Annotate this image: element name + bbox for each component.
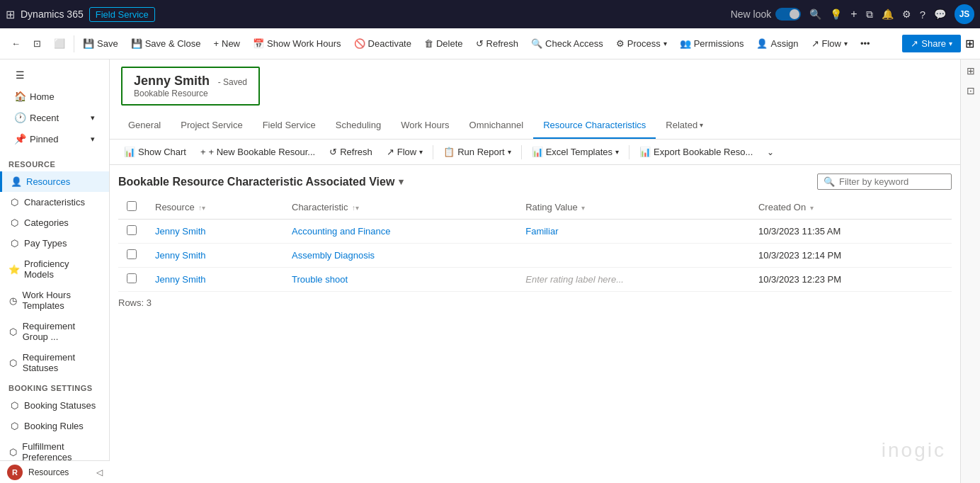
expand-button[interactable]: ⊡ [28,35,47,52]
row1-resource[interactable]: Jenny Smith [155,226,206,237]
sidebar-item-recent[interactable]: 🕐 Recent ▾ [8,108,101,127]
flow-button[interactable]: ↗ Flow ▾ [806,35,853,52]
side-panel-toggle[interactable]: ⊞ [965,37,974,50]
booking-rules-label: Booking Rules [24,421,84,431]
table-body: Jenny Smith Accounting and Finance Famil… [118,220,952,292]
grid-flow-chevron: ▾ [419,148,423,156]
new-bookable-button[interactable]: + + New Bookable Resour... [195,144,321,160]
filter-input[interactable] [839,176,945,187]
proficiency-label: Proficiency Models [24,258,101,280]
row1-rating[interactable]: Familiar [525,226,558,237]
sidebar-item-work-hours-templates[interactable]: ◷ Work Hours Templates [0,285,109,316]
check-access-icon: 🔍 [531,38,542,49]
bell-icon[interactable]: 🔔 [882,8,894,20]
more-button[interactable]: ••• [855,35,876,52]
req-statuses-label: Requirement Statuses [23,352,101,373]
sidebar-top-nav: ☰ 🏠 Home 🕐 Recent ▾ 📌 Pinned ▾ [0,59,109,154]
grid-flow-button[interactable]: ↗ Flow ▾ [381,144,428,160]
deactivate-button[interactable]: 🚫 Deactivate [348,35,417,52]
row3-checkbox[interactable] [127,273,137,283]
sidebar-item-resources[interactable]: 👤 Resources [0,171,109,192]
lightbulb-icon[interactable]: 💡 [830,8,842,20]
sub-more-button[interactable]: ⌄ [761,144,780,160]
req-statuses-icon: ⬡ [8,358,18,368]
filter-icon[interactable]: ⧉ [866,8,873,21]
excel-templates-button[interactable]: 📊 Excel Templates ▾ [526,144,625,160]
sidebar-item-pinned[interactable]: 📌 Pinned ▾ [8,129,101,149]
process-button[interactable]: ⚙ Process ▾ [610,35,673,52]
row1-characteristic[interactable]: Accounting and Finance [292,226,390,237]
check-access-button[interactable]: 🔍 Check Access [525,35,609,52]
select-all-checkbox[interactable] [127,201,137,211]
grid-menu-icon[interactable]: ⊞ [6,8,15,21]
permissions-button[interactable]: 👥 Permissions [674,35,750,52]
show-chart-button[interactable]: 📊 Show Chart [118,144,192,160]
sidebar-item-home[interactable]: 🏠 Home [8,86,101,106]
save-button[interactable]: 💾 Save [77,35,124,52]
refresh-button[interactable]: ↺ Refresh [470,35,525,52]
categories-icon: ⬡ [8,217,20,228]
row2-characteristic[interactable]: Assembly Diagnosis [292,250,375,261]
gear-icon[interactable]: ⚙ [902,8,911,20]
back-button[interactable]: ← [6,35,26,52]
sidebar-item-requirement-group[interactable]: ⬡ Requirement Group ... [0,316,109,347]
assign-button[interactable]: 👤 Assign [751,35,804,52]
tab-omnichannel[interactable]: Omnichannel [460,113,534,139]
sidebar-item-booking-rules[interactable]: ⬡ Booking Rules [0,416,109,436]
row3-rating[interactable]: Enter rating label here... [525,274,624,285]
add-icon[interactable]: + [850,8,857,21]
col-header-rating-value[interactable]: Rating Value ▾ [517,195,750,220]
row3-resource[interactable]: Jenny Smith [155,274,206,285]
search-icon[interactable]: 🔍 [809,8,821,20]
tab-general[interactable]: General [118,113,171,139]
work-hours-icon: ◷ [8,295,18,306]
row2-checkbox[interactable] [127,249,137,259]
export-button[interactable]: 📊 Export Bookable Reso... [634,144,758,160]
row1-checkbox[interactable] [127,225,137,235]
top-nav-right: New look 🔍 💡 + ⧉ 🔔 ⚙ ? 💬 JS [731,4,974,24]
characteristics-table: Resource ↑▾ Characteristic ↑▾ Rating Val… [118,195,952,292]
sidebar-item-characteristics[interactable]: ⬡ Characteristics [0,192,109,212]
recent-chevron: ▾ [91,113,95,123]
sidebar-item-categories[interactable]: ⬡ Categories [0,212,109,233]
pay-types-label: Pay Types [24,238,67,249]
sidebar-bottom-expand[interactable]: ◁ [96,467,103,477]
row2-resource[interactable]: Jenny Smith [155,250,206,261]
tab-work-hours[interactable]: Work Hours [391,113,459,139]
sidebar-item-pay-types[interactable]: ⬡ Pay Types [0,233,109,254]
tab-field-service[interactable]: Field Service [253,113,326,139]
grid-title-chevron[interactable]: ▾ [399,176,404,187]
refresh-icon: ↺ [476,38,484,49]
tab-work-hours-label: Work Hours [401,120,449,130]
sidebar-item-booking-statuses[interactable]: ⬡ Booking Statuses [0,395,109,416]
new-look-switch[interactable] [775,8,801,21]
grid-flow-icon: ↗ [387,147,394,157]
sidebar-item-requirement-statuses[interactable]: ⬡ Requirement Statuses [0,347,109,378]
delete-button[interactable]: 🗑 Delete [418,35,469,52]
col-header-characteristic[interactable]: Characteristic ↑▾ [283,195,517,220]
new-button[interactable]: + New [207,35,246,52]
run-report-button[interactable]: 📋 Run Report ▾ [438,144,516,160]
sidebar-collapse-icon[interactable]: ☰ [8,65,101,85]
right-panel-icon2[interactable]: ⊡ [967,85,975,96]
tab-related[interactable]: Related ▾ [656,113,713,139]
right-panel-icon1[interactable]: ⊞ [967,65,975,76]
user-avatar[interactable]: JS [955,4,974,24]
row3-characteristic[interactable]: Trouble shoot [292,274,348,285]
tab-scheduling[interactable]: Scheduling [326,113,391,139]
col-header-created-on[interactable]: Created On ▾ [750,195,952,220]
question-icon[interactable]: ? [920,8,925,21]
tab-resource-characteristics[interactable]: Resource Characteristics [533,113,656,139]
tab-project-service[interactable]: Project Service [171,113,252,139]
col-header-resource[interactable]: Resource ↑▾ [147,195,283,220]
app-title-badge[interactable]: Field Service [89,7,155,22]
grid-refresh-button[interactable]: ↺ Refresh [324,144,378,160]
chat-icon[interactable]: 💬 [934,8,946,20]
characteristics-icon: ⬡ [8,197,20,208]
sidebar-item-proficiency-models[interactable]: ⭐ Proficiency Models [0,254,109,285]
show-work-hours-button[interactable]: 📅 Show Work Hours [247,35,347,52]
window-button[interactable]: ⬜ [48,35,71,52]
share-button[interactable]: ↗ Share ▾ [902,35,961,52]
save-close-button[interactable]: 💾 Save & Close [125,35,207,52]
table-row: Jenny Smith Accounting and Finance Famil… [118,220,952,244]
